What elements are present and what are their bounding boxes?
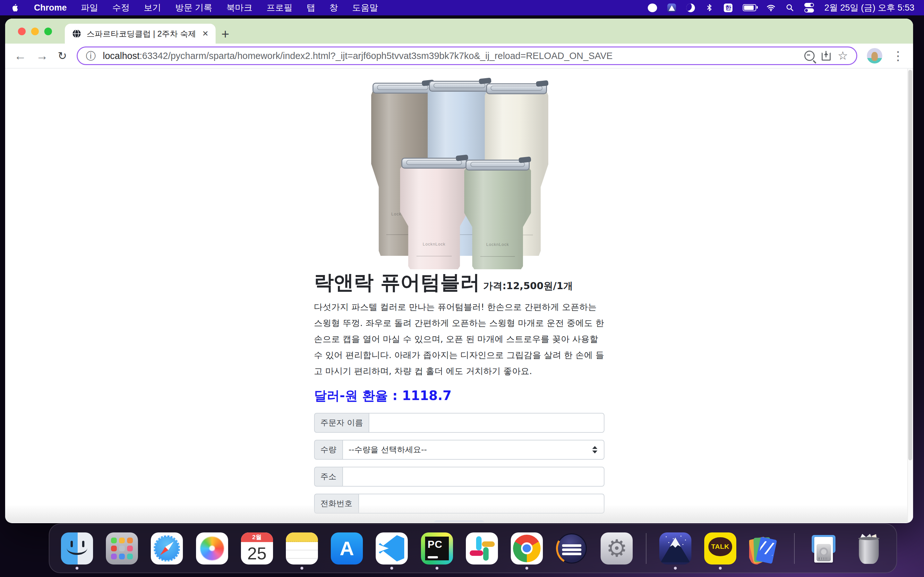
menu-window[interactable]: 창 [330,2,338,13]
quantity-field-label: 수량 [314,440,342,460]
url-text[interactable]: localhost:63342/pycharm/sparta/homework/… [103,51,797,61]
bookmark-star-icon[interactable]: ☆ [838,50,848,61]
messages-status-icon[interactable] [648,3,657,12]
dock-trash-icon[interactable] [853,532,885,564]
zoom-window-button[interactable] [44,27,52,35]
product-description: 다섯가지 파스텔 컬러로 만나는 퓨어텀블러! 한손으로 간편하게 오픈하는 스… [314,299,604,379]
close-window-button[interactable] [18,27,26,35]
dock-chrome-icon[interactable] [511,532,543,564]
order-submit-button[interactable]: 주문하기 [433,521,485,522]
menu-tab[interactable]: 탭 [307,2,315,13]
menu-history[interactable]: 방문 기록 [175,2,212,13]
dock-safari-icon[interactable] [151,532,183,564]
tab-favicon-globe-icon [72,29,81,39]
page-content: LocknLock LocknLock LocknLock LocknLock … [5,69,913,522]
minimize-window-button[interactable] [31,27,39,35]
dock-separator [646,533,646,564]
forward-icon[interactable]: → [36,50,48,62]
dock-calendar-icon[interactable]: 2월 25 [241,532,273,564]
tumbler-pink: LocknLock [400,158,468,269]
window-controls [18,27,52,35]
control-center-icon[interactable] [804,3,814,13]
calendar-month: 2월 [241,532,273,542]
form-row-quantity: 수량 --수량을 선택하세요-- [314,440,604,460]
dock-finder-icon[interactable] [61,532,93,564]
dock-external-drive-icon[interactable] [808,532,840,564]
address-input[interactable] [342,467,604,487]
dock-photos-icon[interactable] [196,532,228,564]
product-title: 락앤락 퓨어텀블러 [314,272,480,292]
browser-tab[interactable]: 스파르타코딩클럽 | 2주차 숙제 ✕ [65,24,216,44]
form-row-name: 주문자 이름 [314,413,604,433]
menu-profiles[interactable]: 프로필 [267,2,292,13]
menu-bookmarks[interactable]: 북마크 [226,2,252,13]
nightfall-status-icon[interactable] [667,3,676,12]
apple-menu-icon[interactable] [11,3,20,13]
dock-separator [794,533,795,564]
scrollbar-track[interactable] [907,69,913,522]
tab-title: 스파르타코딩클럽 | 2주차 숙제 [87,29,197,39]
address-bar[interactable]: ⓘ localhost:63342/pycharm/sparta/homewor… [77,47,858,65]
profile-avatar[interactable] [867,48,882,63]
form-row-phone: 전화번호 [314,494,604,514]
dock-app-store-icon[interactable]: A [331,532,363,564]
select-stepper-icon [592,446,598,453]
dock-nightfall-icon[interactable] [659,532,691,564]
form-row-address: 주소 [314,467,604,487]
menu-view[interactable]: 보기 [144,2,161,13]
zoom-out-icon[interactable] [804,51,814,61]
browser-toolbar: ← → ↻ ⓘ localhost:63342/pycharm/sparta/h… [5,44,913,69]
new-tab-button[interactable]: + [221,27,229,41]
dock-eclipse-icon[interactable] [556,532,588,564]
menu-bar-clock[interactable]: 2월 25일 (금) 오후 5:53 [824,2,914,13]
menu-help[interactable]: 도움말 [352,2,378,13]
phone-input[interactable] [359,494,604,514]
site-info-icon[interactable]: ⓘ [86,51,96,61]
menu-app-name[interactable]: Chrome [34,3,67,13]
tab-close-icon[interactable]: ✕ [202,29,208,38]
chrome-window: 스파르타코딩클럽 | 2주차 숙제 ✕ + ← → ↻ ⓘ localhost:… [5,19,913,523]
share-icon[interactable] [822,51,830,61]
tumbler-green: LocknLock [464,160,531,269]
url-path: :63342/pycharm/sparta/homework/index2.ht… [140,51,612,61]
menu-bar: Chrome 파일 수정 보기 방문 기록 북마크 프로필 탭 창 도움말 한 … [0,0,924,15]
menu-file[interactable]: 파일 [81,2,98,13]
dock-vscode-icon[interactable] [376,532,408,564]
battery-icon[interactable] [743,4,756,11]
menu-edit[interactable]: 수정 [112,2,129,13]
address-field-label: 주소 [314,467,342,487]
product-price: 가격:12,500원/1개 [483,279,573,293]
brand-label: LocknLock [486,242,509,247]
order-form: 주문자 이름 수량 --수량을 선택하세요-- 주소 전화번호 [314,413,604,522]
dock-pycharm-icon[interactable]: PC [421,532,453,564]
scrollbar-thumb[interactable] [908,70,912,460]
chrome-menu-icon[interactable]: ⋮ [892,51,904,61]
name-input[interactable] [368,413,604,433]
calendar-day: 25 [241,542,273,564]
dock-launchpad-icon[interactable] [106,532,138,564]
phone-field-label: 전화번호 [314,494,359,514]
product-image: LocknLock LocknLock LocknLock LocknLock … [363,77,556,269]
dock-system-settings-icon[interactable]: ⚙ [601,532,633,564]
dock-notes-icon[interactable] [286,532,318,564]
name-field-label: 주문자 이름 [314,413,369,433]
quantity-selected-value: --수량을 선택하세요-- [349,444,427,455]
wifi-icon[interactable] [766,3,775,12]
tab-strip: 스파르타코딩클럽 | 2주차 숙제 ✕ + [5,19,913,44]
brand-label: LocknLock [423,242,445,247]
spotlight-search-icon[interactable] [786,3,794,12]
focus-moon-icon[interactable] [686,3,695,12]
dock-kakaotalk-icon[interactable]: TALK [704,532,736,564]
dock: 2월 25 A PC ⚙ TALK [49,524,897,573]
kakaotalk-label: TALK [708,537,732,556]
back-icon[interactable]: ← [14,50,26,62]
quantity-select[interactable]: --수량을 선택하세요-- [342,440,604,460]
exchange-rate: 달러-원 환율 : 1118.7 [314,387,604,405]
dock-slack-icon[interactable] [466,532,498,564]
dock-polaris-office-icon[interactable] [749,532,781,564]
input-source-icon[interactable]: 한 [724,3,732,12]
bluetooth-icon[interactable] [705,3,714,12]
url-host: localhost [103,51,140,61]
reload-icon[interactable]: ↻ [58,50,67,61]
